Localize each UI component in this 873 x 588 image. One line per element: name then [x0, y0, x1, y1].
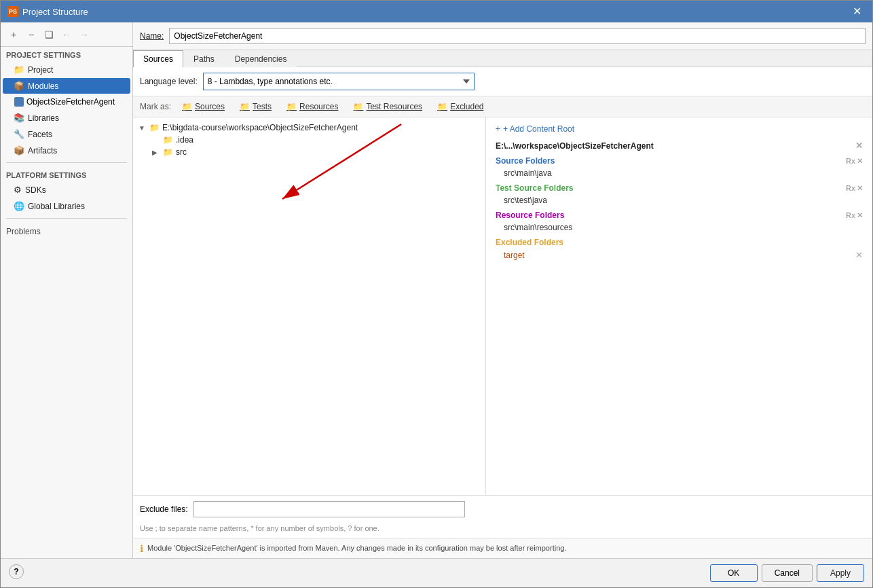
excluded-path-remove[interactable]: ✕	[855, 250, 863, 260]
root-folder-icon: 📁	[149, 123, 160, 132]
source-path-label: src\main\java	[504, 168, 552, 178]
platform-settings-header: Platform Settings	[1, 167, 132, 181]
right-panel: Name: Sources Paths Dependencies Languag…	[133, 22, 872, 558]
source-folders-remove[interactable]: Rx ✕	[846, 157, 863, 166]
test-source-folders-remove[interactable]: Rx ✕	[846, 184, 863, 193]
sidebar-item-libraries[interactable]: 📚 Libraries	[3, 110, 130, 126]
resource-folders-remove[interactable]: Rx ✕	[846, 211, 863, 220]
src-folder-icon: 📁	[163, 147, 173, 157]
help-button[interactable]: ?	[9, 564, 24, 579]
libraries-icon: 📚	[14, 113, 24, 123]
cancel-button[interactable]: Cancel	[762, 564, 813, 582]
back-button[interactable]: ←	[59, 27, 74, 42]
sidebar: + − ❑ ← → Project Settings 📁 Project 📦 M…	[1, 22, 133, 558]
warning-icon: ℹ	[140, 543, 143, 554]
modules-icon: 📦	[14, 81, 24, 91]
tree-idea-item[interactable]: 📁 .idea	[133, 134, 485, 146]
test-source-folders-label: Test Source Folders	[496, 183, 573, 193]
exclude-input[interactable]	[193, 501, 465, 517]
excluded-folder-icon: 📁	[437, 102, 447, 111]
warning-text: Module 'ObjectSizeFetcherAgent' is impor…	[147, 543, 566, 554]
mark-sources-label: Sources	[195, 102, 225, 111]
remove-icon-sources: Rx	[846, 157, 855, 165]
mark-resources-btn[interactable]: 📁 Resources	[282, 100, 342, 113]
test-source-path-label: src\test\java	[504, 196, 547, 205]
source-folders-title: Source Folders Rx ✕	[496, 156, 863, 166]
exclude-hint: Use ; to separate name patterns, * for a…	[133, 523, 872, 538]
source-folders-label: Source Folders	[496, 156, 555, 166]
add-button[interactable]: +	[6, 27, 21, 42]
mark-tests-btn[interactable]: 📁 Tests	[236, 100, 276, 113]
ok-button[interactable]: OK	[710, 564, 758, 582]
sidebar-item-global-libraries[interactable]: 🌐 Global Libraries	[3, 198, 130, 214]
sidebar-item-project-label: Project	[28, 65, 53, 75]
project-structure-dialog: PS Project Structure ✕ + − ❑ ← → Project…	[0, 0, 873, 588]
root-path-label: E:\...\workspace\ObjectSizeFetcherAgent	[496, 141, 654, 151]
source-path-item: src\main\java	[496, 168, 863, 178]
tests-folder-icon: 📁	[240, 102, 250, 111]
apply-button[interactable]: Apply	[817, 564, 864, 582]
sidebar-item-artifacts-label: Artifacts	[28, 146, 57, 155]
sources-folder-icon: 📁	[182, 102, 192, 111]
resource-path-item: src\main\resources	[496, 223, 863, 232]
sidebar-item-modules-label: Modules	[28, 81, 58, 91]
excluded-folders-title: Excluded Folders	[496, 238, 863, 247]
name-label: Name:	[140, 31, 164, 41]
content-root-panel: + + Add Content Root E:\...\workspace\Ob…	[486, 117, 872, 495]
forward-button[interactable]: →	[77, 27, 92, 42]
file-tree: ▼ 📁 E:\bigdata-course\workspace\ObjectSi…	[133, 117, 486, 495]
content-root-path: E:\...\workspace\ObjectSizeFetcherAgent …	[496, 141, 863, 151]
close-button[interactable]: ✕	[849, 5, 866, 18]
mark-as-label: Mark as:	[140, 102, 171, 111]
resource-folders-title: Resource Folders Rx ✕	[496, 210, 863, 220]
artifacts-icon: 📦	[14, 145, 24, 155]
name-input[interactable]	[169, 28, 866, 44]
mark-test-resources-btn[interactable]: 📁 Test Resources	[349, 100, 426, 113]
tab-dependencies[interactable]: Dependencies	[225, 50, 297, 67]
sidebar-item-facets[interactable]: 🔧 Facets	[3, 126, 130, 142]
test-source-folders-title: Test Source Folders Rx ✕	[496, 183, 863, 193]
tree-root-item[interactable]: ▼ 📁 E:\bigdata-course\workspace\ObjectSi…	[133, 122, 485, 134]
module-icon	[14, 97, 24, 107]
add-content-root-btn[interactable]: + + Add Content Root	[496, 124, 863, 134]
sidebar-item-sdks[interactable]: ⚙ SDKs	[3, 182, 130, 198]
tab-sources[interactable]: Sources	[133, 50, 183, 67]
copy-button[interactable]: ❑	[41, 27, 56, 42]
language-select[interactable]: 8 - Lambdas, type annotations etc. 7 - D…	[203, 73, 475, 90]
tree-toggle-src[interactable]: ▶	[152, 149, 160, 156]
tab-paths[interactable]: Paths	[183, 50, 225, 67]
mark-as-row: Mark as: 📁 Sources 📁 Tests 📁 Resources	[133, 96, 872, 117]
mark-test-resources-label: Test Resources	[366, 102, 422, 111]
sidebar-item-project[interactable]: 📁 Project	[3, 62, 130, 77]
sidebar-module-item[interactable]: ObjectSizeFetcherAgent	[1, 94, 132, 109]
global-libraries-icon: 🌐	[14, 201, 24, 211]
sidebar-item-modules[interactable]: 📦 Modules	[3, 78, 130, 94]
root-close-btn[interactable]: ✕	[855, 141, 863, 151]
sidebar-item-facets-label: Facets	[28, 130, 52, 139]
sidebar-item-problems[interactable]: Problems	[1, 223, 132, 240]
mark-sources-btn[interactable]: 📁 Sources	[178, 100, 229, 113]
plus-icon: +	[496, 124, 500, 134]
sidebar-divider2	[6, 218, 127, 219]
language-row: Language level: 8 - Lambdas, type annota…	[133, 67, 872, 96]
resource-path-label: src\main\resources	[504, 223, 572, 232]
main-content: + − ❑ ← → Project Settings 📁 Project 📦 M…	[1, 22, 872, 558]
project-icon: 📁	[14, 65, 24, 75]
title-bar-left: PS Project Structure	[7, 6, 88, 17]
mark-resources-label: Resources	[299, 102, 338, 111]
tree-toggle-root[interactable]: ▼	[138, 124, 147, 132]
close-icon-sources: ✕	[857, 157, 863, 166]
sidebar-item-artifacts[interactable]: 📦 Artifacts	[3, 143, 130, 158]
remove-button[interactable]: −	[24, 27, 39, 42]
name-row: Name:	[133, 22, 872, 50]
mark-excluded-label: Excluded	[450, 102, 483, 111]
title-bar: PS Project Structure ✕	[1, 1, 872, 22]
mark-excluded-btn[interactable]: 📁 Excluded	[433, 100, 487, 113]
test-resources-folder-icon: 📁	[353, 102, 363, 111]
tree-area: ▼ 📁 E:\bigdata-course\workspace\ObjectSi…	[133, 117, 872, 495]
sidebar-toolbar: + − ❑ ← →	[1, 22, 132, 47]
tree-src-item[interactable]: ▶ 📁 src	[133, 146, 485, 158]
dialog-title: Project Structure	[22, 7, 88, 17]
tab-content: Language level: 8 - Lambdas, type annota…	[133, 67, 872, 558]
excluded-path-item: target ✕	[496, 250, 863, 260]
